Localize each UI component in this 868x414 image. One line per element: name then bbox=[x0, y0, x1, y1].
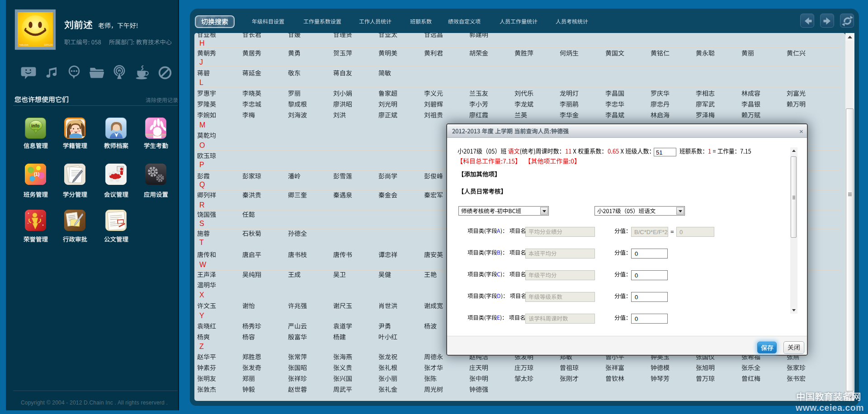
svg-text:huitu.com: huitu.com bbox=[19, 44, 28, 46]
svg-text:info: info bbox=[31, 123, 39, 128]
svg-text:(1): (1) bbox=[34, 172, 39, 177]
svg-text:20091292: 20091292 bbox=[44, 44, 53, 46]
